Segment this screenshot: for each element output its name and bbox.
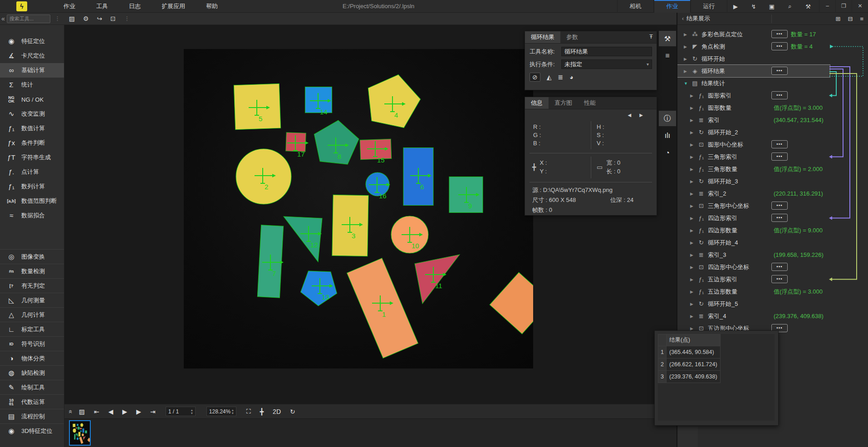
sidebar-item-change-monitor[interactable]: ∿改变监测 — [0, 107, 64, 121]
tree-item-循环开始_4[interactable]: ▶↻循环开始_4 — [677, 236, 868, 249]
tree-item-五边形数量[interactable]: ▶ƒ₁五边形数量值(浮点型) = 3.000 — [677, 285, 868, 298]
image-list-icon[interactable]: ▨ — [79, 408, 85, 415]
chevron-right-icon[interactable]: ▶ — [690, 179, 695, 184]
ellipsis-button[interactable]: ••• — [771, 91, 788, 99]
list-icon[interactable]: ≣ — [558, 74, 564, 81]
tree-item-循环开始_2[interactable]: ▶↻循环开始_2 — [677, 126, 868, 138]
quick-run-icon[interactable]: ↯ — [750, 3, 758, 10]
chevron-right-icon[interactable]: ▶ — [690, 326, 695, 331]
shape-overlay-icon[interactable]: ◭ — [547, 74, 552, 81]
sidebar-item-ng-ok[interactable]: NG OKNG / OK — [0, 92, 64, 107]
sliders-icon[interactable]: ≡ — [659, 48, 676, 64]
add-folder-icon[interactable]: ⊞ — [836, 15, 841, 22]
sidebar-item-defect-detect[interactable]: ◍缺陷检测 — [0, 365, 64, 380]
tab-performance[interactable]: 性能 — [578, 97, 602, 109]
sidebar-item-string-gen[interactable]: ƒT字符串生成 — [0, 150, 64, 165]
center-view-icon[interactable]: ╋ — [260, 408, 264, 415]
sidebar-item-range-judge[interactable]: [a,b]数值范围判断 — [0, 194, 64, 208]
run-icon[interactable]: ▶ — [731, 3, 740, 10]
chevron-right-icon[interactable]: ▶ — [690, 277, 695, 282]
tree-item-圆形数量[interactable]: ▶ƒ₁圆形数量值(浮点型) = 3.000 — [677, 102, 868, 114]
prev-frame-icon[interactable]: ◀ — [108, 408, 113, 415]
tree-item-圆形索引[interactable]: ▶ƒ₁圆形索引••• — [677, 89, 868, 102]
ellipsis-button[interactable]: ••• — [771, 67, 788, 75]
page-arrows[interactable]: ◀▶ — [628, 113, 651, 118]
sidebar-item-point-calc[interactable]: ƒ.点计算 — [0, 165, 64, 179]
tree-item-循环开始[interactable]: ▶↻循环开始 — [677, 53, 868, 65]
tab-histogram[interactable]: 直方图 — [549, 97, 578, 109]
tab-job[interactable]: 作业 — [654, 0, 691, 13]
chevron-right-icon[interactable]: ▶ — [690, 106, 695, 110]
search-icon[interactable]: ⌕ — [786, 3, 794, 10]
search-input[interactable] — [7, 15, 50, 23]
chevron-right-icon[interactable]: ▶ — [684, 32, 688, 37]
tree-item-索引_2[interactable]: ▶≣索引_2(220.211, 316.291) — [677, 187, 868, 200]
popup-row[interactable]: 2(266.622, 161.724) — [658, 359, 721, 371]
popup-row[interactable]: 3(239.376, 409.638) — [658, 371, 721, 383]
frame-thumbnail[interactable] — [69, 420, 91, 446]
ellipsis-button[interactable]: ••• — [771, 42, 788, 50]
sidebar-item-condition-judge[interactable]: ƒx条件判断 — [0, 136, 64, 150]
view-mode-2d[interactable]: 2D — [273, 408, 281, 415]
tree-item-循环开始_5[interactable]: ▶↻循环开始_5 — [677, 298, 868, 310]
info-icon[interactable]: ⓘ — [659, 111, 676, 126]
save-run-icon[interactable]: ▣ — [768, 3, 776, 10]
sidebar-item-symbol-recognition[interactable]: ID符号识别 — [0, 336, 64, 351]
chevron-right-icon[interactable]: ▶ — [690, 155, 695, 159]
tab-parameters[interactable]: 参数 — [560, 31, 584, 43]
spinner-arrows-icon[interactable]: ▴▾ — [191, 408, 193, 415]
tab-run[interactable]: 运行 — [691, 0, 727, 13]
tree-item-索引_4[interactable]: ▶≣索引_4(239.376, 409.638) — [677, 310, 868, 322]
fullscreen-icon[interactable]: ⛶ — [246, 408, 251, 415]
ellipsis-button[interactable]: ••• — [771, 30, 788, 38]
chevron-right-icon[interactable]: ▶ — [690, 265, 695, 270]
tree-item-多彩色斑点定位[interactable]: ▶⁂多彩色斑点定位•••数量 = 17 — [677, 28, 868, 40]
ellipsis-button[interactable]: ••• — [771, 214, 788, 222]
tree-item-索引_3[interactable]: ▶≣索引_3(199.658, 159.226) — [677, 249, 868, 261]
chevron-right-icon[interactable]: ▶ — [684, 44, 688, 49]
ellipsis-button[interactable]: ••• — [771, 152, 788, 161]
collapse-panel-icon[interactable]: ‹ — [682, 15, 684, 22]
tree-item-循环开始_3[interactable]: ▶↻循环开始_3 — [677, 175, 868, 187]
chevron-down-icon[interactable]: ▼ — [684, 81, 688, 86]
hide-overlay-icon[interactable]: ⊘ — [530, 73, 540, 82]
loop-playback-icon[interactable]: ↻ — [290, 408, 295, 415]
chevron-right-icon[interactable]: ▶ — [690, 192, 695, 196]
palette-icon[interactable]: ◕ — [569, 74, 573, 81]
chevron-right-icon[interactable]: ▶ — [690, 118, 695, 123]
sidebar-item-count-detect[interactable]: #n数量检测 — [0, 264, 64, 278]
menu-extensions[interactable]: 扩展应用 — [162, 2, 185, 10]
spinner-arrows-icon[interactable]: ▴▾ — [232, 408, 234, 415]
chevron-right-icon[interactable]: ▶ — [684, 57, 688, 61]
tab-info[interactable]: 信息 — [525, 97, 549, 109]
menu-log[interactable]: 日志 — [129, 2, 141, 10]
sidebar-item-sequence-calc[interactable]: ƒ₁数列计算 — [0, 179, 64, 194]
sidebar-item-image-transform[interactable]: ◎图像变换 — [0, 249, 64, 264]
sidebar-item-data-fit[interactable]: ≈数据拟合 — [0, 208, 64, 223]
minimize-button[interactable]: – — [819, 0, 835, 13]
menu-help[interactable]: 帮助 — [206, 2, 218, 10]
tree-item-索引[interactable]: ▶≣索引(340.547, 231.544) — [677, 114, 868, 126]
chevron-right-icon[interactable]: ▶ — [690, 241, 695, 245]
inspection-image[interactable]: 1234567891011121314151617 — [184, 49, 533, 368]
sidebar-item-object-classify[interactable]: ◑物体分类 — [0, 351, 64, 365]
sidebar-item-algebra[interactable]: 10 01代数运算 — [0, 394, 64, 409]
tree-item-角点检测[interactable]: ▶◤角点检测•••数量 = 4 — [677, 40, 868, 53]
chevron-right-icon[interactable]: ▶ — [690, 216, 695, 221]
pin-panel-icon[interactable]: Ŧ — [649, 33, 653, 40]
sidebar-item-geometry-calc[interactable]: △几何计算 — [0, 307, 64, 322]
ellipsis-button[interactable]: ••• — [771, 263, 788, 271]
menu-icon[interactable]: ≡ — [860, 15, 863, 22]
sidebar-item-sigma[interactable]: Σ统计 — [0, 78, 64, 92]
chevron-right-icon[interactable]: ▶ — [690, 253, 695, 257]
close-button[interactable]: ✕ — [852, 0, 868, 13]
chevron-right-icon[interactable]: ▶ — [690, 290, 695, 294]
chevron-right-icon[interactable]: ▶ — [690, 142, 695, 147]
sidebar-item-feature-3d[interactable]: ◉3D特征定位 — [0, 423, 64, 438]
tree-item-四边形中心坐标[interactable]: ▶⊡四边形中心坐标••• — [677, 261, 868, 273]
ellipsis-button[interactable]: ••• — [771, 275, 788, 283]
chevron-right-icon[interactable]: ▶ — [690, 130, 695, 135]
tree-item-结果统计[interactable]: ▼▤结果统计 — [677, 77, 868, 89]
tool-name-input[interactable] — [561, 47, 652, 56]
tab-loop-result[interactable]: 循环结果 — [525, 31, 560, 43]
